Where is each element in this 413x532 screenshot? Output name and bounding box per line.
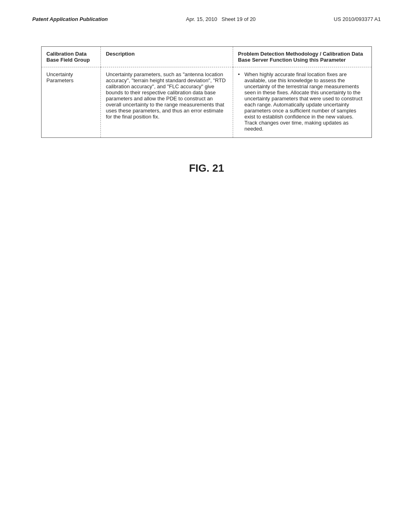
cell-description: Uncertainty parameters, such as "antenna… <box>101 67 233 138</box>
header-patent-number: US 2010/093377 A1 <box>334 16 381 22</box>
page: Patent Application Publication Apr. 15, … <box>0 0 413 532</box>
header-center: Apr. 15, 2010 Sheet 19 of 20 <box>186 16 256 22</box>
cell-methodology: When highly accurate final location fixe… <box>233 67 372 138</box>
bullet-item-1: When highly accurate final location fixe… <box>238 71 367 132</box>
col-header-1: Calibration Data Base Field Group <box>42 47 101 67</box>
calibration-table: Calibration Data Base Field Group Descri… <box>41 46 372 138</box>
page-header: Patent Application Publication Apr. 15, … <box>32 16 381 22</box>
bullet-list: When highly accurate final location fixe… <box>238 71 367 132</box>
col-header-2: Description <box>101 47 233 67</box>
header-sheet: Sheet 19 of 20 <box>221 16 256 22</box>
table-row: Uncertainty Parameters Uncertainty param… <box>42 67 372 138</box>
header-title: Patent Application Publication <box>32 16 108 22</box>
col-header-3: Problem Detection Methodology / Calibrat… <box>233 47 372 67</box>
header-date: Apr. 15, 2010 <box>186 16 217 22</box>
main-table-container: Calibration Data Base Field Group Descri… <box>41 46 372 138</box>
table-header-row: Calibration Data Base Field Group Descri… <box>42 47 372 67</box>
figure-caption: FIG. 21 <box>32 162 381 175</box>
cell-field-group: Uncertainty Parameters <box>42 67 101 138</box>
